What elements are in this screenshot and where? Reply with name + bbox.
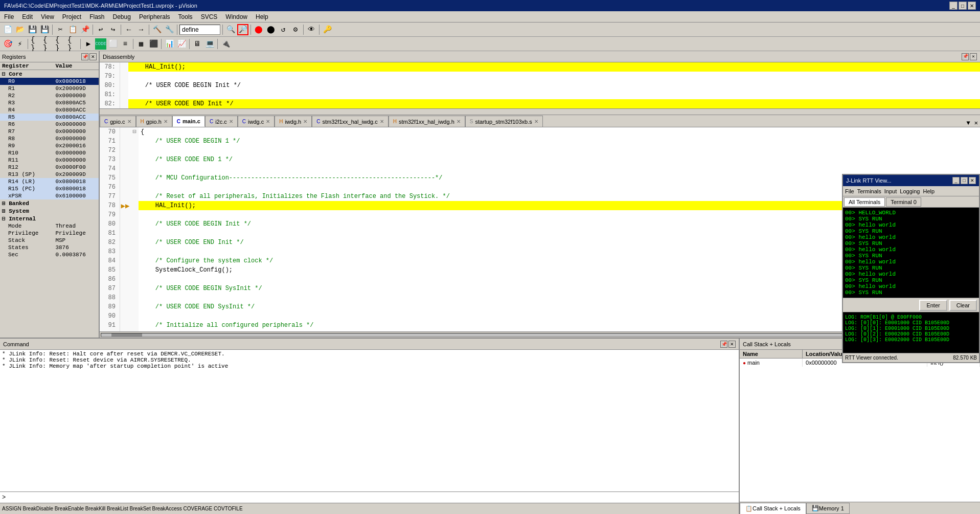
reset-button[interactable]: ↺ <box>278 24 289 35</box>
forward-button[interactable]: → <box>135 24 147 35</box>
reg-row-r7[interactable]: R7 0x0000000 <box>0 128 99 135</box>
jlink-restore-button[interactable]: □ <box>961 177 968 184</box>
back-button[interactable]: ← <box>123 24 134 35</box>
tab-close-all-button[interactable]: ✕ <box>972 119 980 127</box>
save-button[interactable]: 💾 <box>27 24 38 35</box>
reg-mode[interactable]: Mode Thread <box>0 222 99 230</box>
tab-startup[interactable]: S startup_stm32f103xb.s ✕ <box>465 116 543 127</box>
new-file-button[interactable]: 📄 <box>2 24 13 35</box>
tab-iwdg-c[interactable]: C iwdg.c ✕ <box>238 116 275 127</box>
open-button[interactable]: 📂 <box>14 24 26 35</box>
close-button[interactable]: ✕ <box>968 2 976 10</box>
tab-stm32-iwdg-c[interactable]: C stm32f1xx_hal_iwdg.c ✕ <box>312 116 388 127</box>
find-button[interactable]: 🔍 <box>225 24 236 35</box>
registers-pin-icon[interactable]: 📌 <box>81 53 88 60</box>
command-pin-icon[interactable]: 📌 <box>720 341 727 348</box>
save-all-button[interactable]: 💾 <box>39 24 50 35</box>
reg-row-r11[interactable]: R11 0x0000000 <box>0 157 99 164</box>
tool-button[interactable]: 🔑 <box>322 24 333 35</box>
window-controls[interactable]: _ □ ✕ <box>949 2 976 10</box>
search-active-button[interactable]: 🔎 <box>237 24 248 35</box>
menu-view[interactable]: View <box>37 12 58 21</box>
build-button[interactable]: 🔨 <box>151 24 163 35</box>
reg-states[interactable]: States 3876 <box>0 244 99 251</box>
reg-row-r9[interactable]: R9 0x2000016 <box>0 142 99 149</box>
menu-debug[interactable]: Debug <box>109 12 135 21</box>
jlink-clear-button[interactable]: Clear <box>949 300 977 311</box>
debug-btn7[interactable]: ▶ <box>83 38 94 50</box>
tab-close-stm32-iwdg-h[interactable]: ✕ <box>457 119 461 124</box>
jlink-enter-button[interactable]: Enter <box>919 300 947 311</box>
menu-flash[interactable]: Flash <box>85 12 108 21</box>
jlink-menu-file[interactable]: File <box>845 188 854 194</box>
tab-callstack[interactable]: 📋 Call Stack + Locals <box>740 503 806 514</box>
command-input[interactable] <box>8 495 737 501</box>
reg-row-r2[interactable]: R2 0x0000000 <box>0 92 99 99</box>
tab-i2c-c[interactable]: C i2c.c ✕ <box>205 116 238 127</box>
cut-button[interactable]: ✂ <box>55 24 66 35</box>
debug-btn12[interactable]: ⬛ <box>148 38 159 50</box>
disasm-pin-icon[interactable]: 📌 <box>962 53 969 60</box>
reg-row-r1[interactable]: R1 0x200009D <box>0 85 99 92</box>
jlink-tab-all[interactable]: All Terminals <box>844 197 885 207</box>
menu-file[interactable]: File <box>0 12 18 21</box>
tab-gpio-h[interactable]: H gpio.h ✕ <box>136 116 172 127</box>
copy-button[interactable]: 📋 <box>67 24 78 35</box>
debug-btn17[interactable]: 🔌 <box>220 38 231 50</box>
debug-btn1[interactable]: 🎯 <box>2 38 13 50</box>
reg-row-r4[interactable]: R4 0x0800ACC <box>0 106 99 114</box>
reg-row-r15[interactable]: R15 (PC) 0x0800018 <box>0 185 99 192</box>
debug-btn4[interactable]: { } <box>42 38 54 50</box>
disasm-close-icon[interactable]: ✕ <box>970 53 977 60</box>
code-scrollbar-thumb[interactable] <box>111 333 142 337</box>
rebuild-button[interactable]: 🔧 <box>164 24 175 35</box>
reg-row-r0[interactable]: R0 0x0800018 <box>0 78 99 85</box>
reg-row-r6[interactable]: R6 0x0000000 <box>0 121 99 128</box>
menu-peripherals[interactable]: Peripherals <box>135 12 174 21</box>
menu-edit[interactable]: Edit <box>18 12 37 21</box>
debug-btn15[interactable]: 🖥 <box>192 38 203 50</box>
reg-row-r13[interactable]: R13 (SP) 0x200009D <box>0 171 99 178</box>
debug-btn2[interactable]: ⚡ <box>14 38 26 50</box>
reg-row-xpsr[interactable]: xPSR 0x6100000 <box>0 192 99 199</box>
tab-memory1[interactable]: 💾 Memory 1 <box>806 503 850 514</box>
jlink-menu-input[interactable]: Input <box>884 188 897 194</box>
jlink-tab-terminal0[interactable]: Terminal 0 <box>886 197 921 207</box>
jlink-minimize-button[interactable]: _ <box>952 177 960 184</box>
menu-help[interactable]: Help <box>252 12 272 21</box>
tab-main-c[interactable]: C main.c <box>172 116 205 127</box>
paste-button[interactable]: 📌 <box>79 24 90 35</box>
reg-row-r10[interactable]: R10 0x0000000 <box>0 149 99 157</box>
menu-tools[interactable]: Tools <box>174 12 197 21</box>
tab-close-iwdg-c[interactable]: ✕ <box>266 119 270 124</box>
disasm-scrollbar[interactable] <box>100 108 980 115</box>
debug-btn5[interactable]: { } <box>55 38 66 50</box>
tab-close-gpio-h[interactable]: ✕ <box>164 119 168 124</box>
debug-btn6[interactable]: { } <box>67 38 78 50</box>
reg-row-r3[interactable]: R3 0x0800AC5 <box>0 99 99 106</box>
debug-btn14[interactable]: 📈 <box>176 38 187 50</box>
settings-button[interactable]: ⚙ <box>290 24 301 35</box>
debug-btn3[interactable]: { } <box>30 38 41 50</box>
reg-row-r8[interactable]: R8 0x0000000 <box>0 135 99 142</box>
maximize-button[interactable]: □ <box>959 2 967 10</box>
debug-btn9[interactable]: ⬜ <box>107 38 119 50</box>
menu-project[interactable]: Project <box>58 12 85 21</box>
tab-close-i2c-c[interactable]: ✕ <box>229 119 233 124</box>
debug-btn11[interactable]: ▦ <box>135 38 147 50</box>
tab-close-gpio-c[interactable]: ✕ <box>127 119 131 124</box>
reg-sec[interactable]: Sec 0.0003876 <box>0 251 99 258</box>
reg-stack[interactable]: Stack MSP <box>0 237 99 244</box>
menu-window[interactable]: Window <box>221 12 252 21</box>
jlink-close-button[interactable]: ✕ <box>969 177 976 184</box>
debug-btn8[interactable]: CODE <box>95 38 106 50</box>
tab-close-startup[interactable]: ✕ <box>534 119 538 124</box>
menu-svcs[interactable]: SVCS <box>197 12 222 21</box>
reg-privilege[interactable]: Privilege Privilege <box>0 230 99 237</box>
jlink-menu-help[interactable]: Help <box>923 188 935 194</box>
redo-button[interactable]: ↪ <box>107 24 119 35</box>
tab-close-iwdg-h[interactable]: ✕ <box>303 119 307 124</box>
tab-gpio-c[interactable]: C gpio.c ✕ <box>100 116 136 127</box>
reg-row-r5[interactable]: R5 0x0800ACC <box>0 114 99 121</box>
tab-stm32-iwdg-h[interactable]: H stm32f1xx_hal_iwdg.h ✕ <box>389 116 465 127</box>
